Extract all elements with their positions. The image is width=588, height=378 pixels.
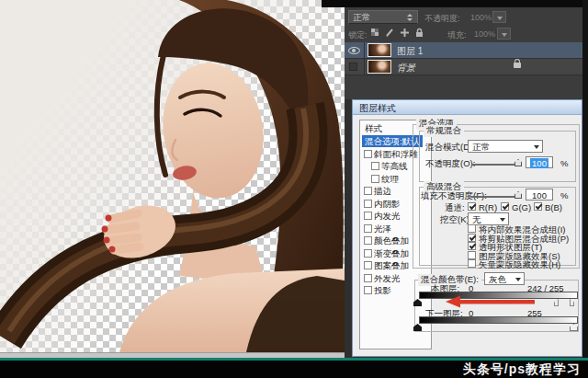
updown-arrows-icon — [407, 14, 413, 21]
style-checkbox[interactable] — [364, 212, 372, 220]
style-checkbox[interactable] — [364, 249, 372, 258]
lock-all-icon[interactable] — [414, 28, 424, 38]
lock-icon — [514, 63, 521, 68]
opacity-label: 不透明度(O): — [425, 158, 475, 170]
chevron-down-icon — [515, 278, 521, 281]
lock-position-move-icon[interactable] — [400, 28, 410, 38]
eye-icon — [348, 47, 360, 54]
layer1-thumbnail[interactable] — [368, 43, 391, 57]
fill-dropdown-button[interactable] — [497, 28, 511, 40]
app-right-edge — [582, 0, 588, 378]
app-top-bar — [322, 0, 588, 7]
style-checkbox[interactable] — [364, 274, 372, 282]
knockout-select[interactable]: 无 — [468, 212, 509, 225]
blend-if-select[interactable]: 灰色 — [484, 272, 525, 285]
channel-r-label: R(R) — [479, 202, 497, 212]
vector-mask-hides-label: 矢量蒙版隐藏效果(H) — [479, 259, 560, 271]
channel-g-checkbox[interactable] — [501, 202, 509, 211]
chevron-down-icon — [500, 218, 505, 222]
style-checkbox[interactable] — [364, 286, 372, 294]
red-arrow-annotation — [445, 294, 538, 309]
opacity-percent: % — [560, 158, 568, 168]
styles-header: 样式 — [365, 123, 382, 135]
layer-blend-mode-value: 正常 — [353, 12, 370, 22]
channel-g-label: G(G) — [512, 202, 531, 212]
opacity-field[interactable]: 100 — [526, 156, 553, 168]
fill-opacity-field[interactable]: 100 — [526, 189, 553, 200]
style-checkbox[interactable] — [364, 224, 372, 233]
watermark: 头条号/ps教程学习 — [0, 361, 588, 378]
opacity-slider[interactable] — [471, 164, 518, 166]
watermark-text: 头条号/ps教程学习 — [463, 361, 581, 376]
lock-transparent-pixels-icon[interactable] — [370, 28, 380, 38]
dialog-titlebar[interactable]: 图层样式 — [353, 100, 582, 115]
background-name: 背景 — [397, 62, 415, 74]
photoshop-app: 正常 不透明度: 100% 锁定: 填充: 100% 图层 1 背景 — [0, 0, 588, 378]
canvas-photo[interactable] — [0, 0, 345, 352]
visibility-toggle[interactable] — [345, 42, 365, 59]
lock-label: 锁定: — [348, 29, 368, 41]
opacity-value: 100% — [470, 13, 492, 22]
chevron-down-icon — [534, 145, 539, 149]
style-checkbox[interactable] — [364, 200, 372, 208]
opacity-dropdown-button[interactable] — [492, 11, 506, 23]
general-blend-legend: 常规混合 — [424, 125, 464, 137]
style-checkbox[interactable] — [364, 236, 372, 245]
style-checkbox[interactable] — [371, 175, 379, 183]
layer-row-layer1[interactable]: 图层 1 — [345, 42, 582, 59]
channel-b-checkbox[interactable] — [534, 202, 542, 211]
channel-r-checkbox[interactable] — [468, 202, 476, 211]
layers-panel: 正常 不透明度: 100% 锁定: 填充: 100% 图层 1 背景 — [345, 7, 582, 99]
channels-label: 通道: — [445, 202, 465, 214]
transparency-shapes-checkbox[interactable] — [468, 242, 476, 250]
visibility-toggle[interactable] — [345, 59, 365, 75]
layer1-name: 图层 1 — [397, 45, 423, 58]
fill-opacity-slider[interactable] — [471, 196, 518, 198]
chevron-down-icon — [502, 33, 507, 37]
style-checkbox[interactable] — [371, 162, 379, 170]
style-checkbox[interactable] — [364, 150, 372, 158]
lock-image-pixels-brush-icon[interactable] — [385, 28, 395, 38]
layer-blend-mode-select[interactable]: 正常 — [348, 10, 418, 24]
style-checkbox[interactable] — [364, 187, 372, 195]
blend-clipped-checkbox[interactable] — [468, 234, 476, 242]
fill-opacity-percent: % — [560, 190, 568, 200]
visibility-off-box — [349, 63, 357, 71]
underlying-gradient-bar[interactable] — [419, 316, 578, 324]
layer-style-dialog: 图层样式 样式 混合选项:默认 斜面和浮雕 等高线 纹理 描边 内阴影 内发光 … — [352, 99, 582, 357]
layer-mask-hides-checkbox[interactable] — [468, 251, 476, 259]
fill-value: 100% — [474, 29, 495, 39]
vector-mask-hides-checkbox[interactable] — [468, 259, 476, 268]
style-checkbox[interactable] — [364, 261, 372, 269]
chevron-down-icon — [497, 17, 503, 20]
dialog-title: 图层样式 — [359, 103, 396, 113]
background-thumbnail[interactable] — [368, 60, 391, 74]
woman-portrait — [0, 0, 345, 352]
channel-b-label: B(B) — [545, 202, 562, 212]
blend-interior-checkbox[interactable] — [468, 224, 476, 233]
layer-row-background[interactable]: 背景 — [345, 59, 582, 75]
fill-label: 填充: — [447, 29, 467, 41]
opacity-label: 不透明度: — [424, 13, 460, 25]
blend-mode-select[interactable]: 正常 — [468, 140, 543, 153]
